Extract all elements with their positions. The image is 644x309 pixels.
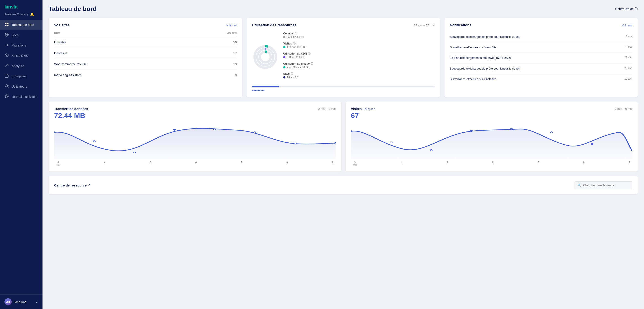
x-label: 9 [332,161,333,164]
unique-visits-card: Visites uniques 2 mai – 9 mai 67 [346,101,638,172]
notifications-card-header: Notifications Voir tout [450,23,632,27]
page-header: Tableau de bord Centre d'aide ⓘ [49,5,638,12]
sidebar-item-kinsta-dns[interactable]: Kinsta DNS [0,50,42,61]
svg-point-32 [335,142,336,144]
stat-sites: Sites ⓘ 16 sur 20 [283,72,434,79]
notifications-card-title: Notifications [450,23,472,27]
sites-value: 16 sur 20 [287,76,298,79]
entreprise-icon [4,74,9,79]
data-transfer-title: Transfert de données [54,107,88,111]
charts-row: Transfert de données 2 mai – 9 mai 72.44… [49,101,638,172]
help-link-text: Centre d'aide [615,7,634,11]
site-name-0: kinstalife [54,40,66,44]
x-label: 8 [583,161,584,164]
chevron-up-icon: ▲ [36,301,38,303]
company-name: Awesome Company [4,13,28,16]
sidebar-item-entreprise[interactable]: Entreprise [0,71,42,81]
x-label: 6 [195,161,196,164]
page-title: Tableau de bord [49,5,97,12]
resource-center-title: Centre de ressource ↗ [54,183,90,187]
x-label: 5 [150,161,151,164]
x-label-group: 7 [538,161,539,166]
dot-purple-cdn [283,56,286,58]
bell-icon[interactable]: 🔔 [30,12,34,16]
sidebar-item-sites[interactable]: Sites [0,30,42,40]
sidebar-item-analytics[interactable]: Analytics [0,61,42,71]
sidebar-label-sites: Sites [12,33,18,37]
site-visits-2: 13 [233,62,237,66]
sidebar-item-utilisateurs[interactable]: Utilisateurs [0,81,42,92]
day-value: Jour 12 sur 30 [287,35,304,39]
unique-visits-x-labels: 3 Mai 4 5 6 7 8 9 [351,161,632,166]
table-row[interactable]: marketing-assistant 8 [54,70,237,80]
resource-center-label: Centre de ressource [54,183,86,187]
info-icon-disk[interactable]: ⓘ [311,62,313,65]
site-name-2: WooCommerce Course [54,62,87,66]
x-label: 4 [401,161,402,164]
col-visits-header: VISITES [226,32,237,34]
table-row[interactable]: WooCommerce Course 13 [54,59,237,70]
info-icon-sites[interactable]: ⓘ [291,72,293,75]
info-icon-visits[interactable]: ⓘ [293,42,296,45]
notif-date-2: 27 avr. [624,56,632,59]
top-cards-row: Vos sites Voir tout NOM VISITES kinstali… [49,18,638,97]
x-sublabel: Mai [56,164,60,166]
resource-center-search[interactable]: 🔍 [574,181,632,189]
donut-chart [252,44,279,70]
resource-center-bar: Centre de ressource ↗ 🔍 [49,176,638,194]
x-label: 3 [353,161,357,164]
user-profile[interactable]: JD John Doe ▲ [0,295,42,309]
list-item: Sauvegarde téléchargeable prête pour kin… [450,32,632,42]
data-transfer-header: Transfert de données 2 mai – 9 mai [54,107,336,111]
external-link-icon: ⓘ [634,7,638,11]
kinsta-logo: kinsta [4,4,18,10]
svg-rect-2 [5,24,6,26]
dot-teal-visits [283,46,286,48]
table-row[interactable]: kinstalife 50 [54,37,237,48]
progress-bar-1 [252,86,434,87]
sidebar-label-analytics: Analytics [12,64,24,68]
site-visits-0: 50 [233,40,237,44]
sites-table: NOM VISITES kinstalife 50 kinstasite 17 … [54,32,237,80]
data-transfer-date: 2 mai – 9 mai [318,107,336,110]
nav-menu: Tableau de bord Sites Migrations [0,20,42,295]
x-label-group: 4 [401,161,402,166]
sidebar: kinsta Awesome Company 🔔 Tableau de bord [0,0,42,309]
company-row[interactable]: Awesome Company 🔔 [0,12,42,20]
x-label-group: 5 [446,161,448,166]
list-item: Surveillance effectuée sur kinstasite 19… [450,74,632,84]
stat-cdn: Utilisation du CDN ⓘ 0 B sur 200 GB [283,52,434,59]
progress-dots-row: •••••••••••••••• [252,89,434,92]
svg-point-38 [550,132,552,133]
data-transfer-x-labels: 3 Mai 4 5 6 7 8 9 [54,161,336,166]
x-label-group: 8 [286,161,288,166]
resource-stats: Ce mois ⓘ Jour 12 sur 30 Visites ⓘ [283,32,434,82]
stat-disk: Utilisation du disque ⓘ 2.45 GB sur 50 G… [283,62,434,69]
svg-point-37 [510,128,512,130]
notifications-voir-tout[interactable]: Voir tout [622,24,632,27]
info-icon-cdn[interactable]: ⓘ [308,52,310,55]
unique-visits-header: Visites uniques 2 mai – 9 mai [351,107,632,111]
table-row[interactable]: kinstasite 17 [54,48,237,59]
unique-visits-title: Visites uniques [351,107,376,111]
notif-date-4: 19 avr. [624,77,632,80]
info-icon-month[interactable]: ⓘ [295,32,297,35]
sidebar-item-tableau-de-bord[interactable]: Tableau de bord [0,20,42,30]
sites-icon [4,33,9,37]
user-name: John Doe [14,300,33,304]
main-content: Tableau de bord Centre d'aide ⓘ Vos site… [42,0,644,309]
x-label-group: 4 [104,161,106,166]
sites-voir-tout[interactable]: Voir tout [226,24,237,27]
visits-label: Visites [283,42,292,45]
list-item: Sauvegarde téléchargeable prête pour kin… [450,63,632,74]
unique-visits-value: 67 [351,112,632,120]
journal-icon [4,94,9,99]
svg-point-28 [173,129,176,131]
list-item: Le plan d'hébergement a été payé (152.4 … [450,53,632,63]
sidebar-item-migrations[interactable]: Migrations [0,40,42,50]
help-link[interactable]: Centre d'aide ⓘ [615,7,638,11]
search-input[interactable] [583,184,629,187]
svg-point-8 [6,55,7,56]
sidebar-item-journal[interactable]: Journal d'activités [0,92,42,102]
notif-text-3: Sauvegarde téléchargeable prête pour kin… [450,67,622,71]
